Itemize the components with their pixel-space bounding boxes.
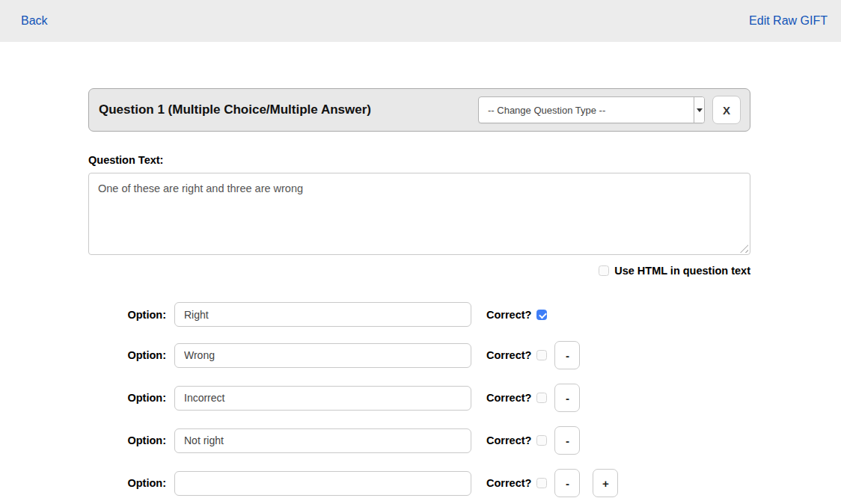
option-label: Option: <box>127 477 166 489</box>
edit-raw-gift-link[interactable]: Edit Raw GIFT <box>749 14 828 28</box>
question-type-select[interactable]: -- Change Question Type -- <box>478 96 705 123</box>
use-html-checkbox[interactable] <box>599 265 609 276</box>
use-html-label: Use HTML in question text <box>614 265 750 277</box>
option-label: Option: <box>127 392 166 404</box>
correct-label: Correct? <box>486 349 531 361</box>
question-editor: Question 1 (Multiple Choice/Multiple Ans… <box>88 88 750 497</box>
option-input-4[interactable] <box>174 428 471 453</box>
remove-option-button-4[interactable]: - <box>554 426 580 455</box>
remove-option-button-3[interactable]: - <box>554 384 580 412</box>
back-link[interactable]: Back <box>21 14 48 28</box>
option-row-5: Option: Correct? - + <box>88 469 750 497</box>
correct-label: Correct? <box>486 392 531 404</box>
use-html-row: Use HTML in question text <box>88 265 750 277</box>
correct-label: Correct? <box>486 434 531 446</box>
top-navigation-bar: Back Edit Raw GIFT <box>0 0 841 42</box>
question-text-label: Question Text: <box>88 154 750 166</box>
delete-question-button[interactable]: X <box>712 96 741 124</box>
question-header-controls: -- Change Question Type -- X <box>478 96 741 124</box>
remove-option-button-5[interactable]: - <box>554 469 580 497</box>
option-row-3: Option: Correct? - <box>88 384 750 412</box>
correct-checkbox-5[interactable] <box>536 478 547 488</box>
option-input-3[interactable] <box>174 386 471 411</box>
option-input-5[interactable] <box>174 471 471 496</box>
chevron-down-icon[interactable] <box>694 97 704 123</box>
question-text-wrap: One of these are right and three are wro… <box>88 173 750 255</box>
correct-checkbox-1[interactable] <box>536 310 547 320</box>
correct-label: Correct? <box>486 477 531 489</box>
question-type-select-value: -- Change Question Type -- <box>479 97 694 123</box>
option-label: Option: <box>127 309 166 321</box>
question-title: Question 1 (Multiple Choice/Multiple Ans… <box>99 102 371 117</box>
correct-checkbox-2[interactable] <box>536 350 547 360</box>
option-row-4: Option: Correct? - <box>88 426 750 455</box>
option-row-2: Option: Correct? - <box>88 341 750 369</box>
option-label: Option: <box>127 349 166 361</box>
option-label: Option: <box>127 434 166 446</box>
correct-checkbox-3[interactable] <box>536 393 547 403</box>
option-row-1: Option: Correct? <box>88 302 750 327</box>
option-input-2[interactable] <box>174 343 471 368</box>
remove-option-button-2[interactable]: - <box>554 341 580 369</box>
option-input-1[interactable] <box>174 302 471 327</box>
correct-label: Correct? <box>486 309 531 321</box>
add-option-button[interactable]: + <box>593 469 618 497</box>
question-header-panel: Question 1 (Multiple Choice/Multiple Ans… <box>88 88 750 132</box>
correct-checkbox-4[interactable] <box>536 435 547 446</box>
question-text-input[interactable]: One of these are right and three are wro… <box>88 173 750 255</box>
options-list: Option: Correct? Option: Correct? - Opti… <box>88 302 750 497</box>
